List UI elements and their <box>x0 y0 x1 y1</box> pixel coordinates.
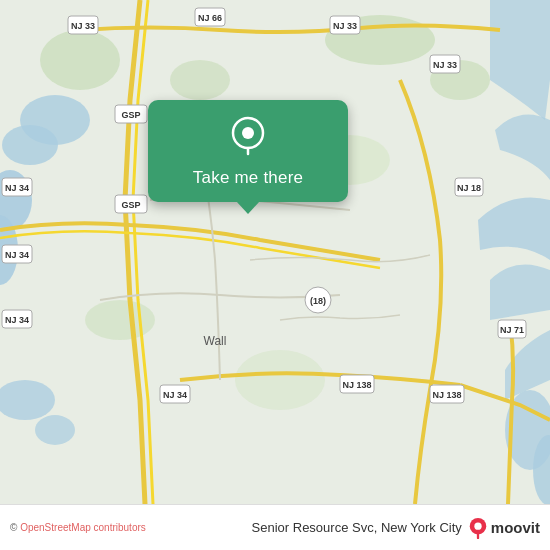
svg-point-2 <box>2 125 58 165</box>
moovit-text: moovit <box>491 519 540 536</box>
svg-text:NJ 66: NJ 66 <box>198 13 222 23</box>
svg-text:NJ 18: NJ 18 <box>457 183 481 193</box>
svg-text:GSP: GSP <box>121 110 140 120</box>
moovit-logo-icon <box>468 517 488 539</box>
attribution-prefix: © <box>10 522 20 533</box>
svg-text:(18): (18) <box>310 296 326 306</box>
svg-text:NJ 33: NJ 33 <box>71 21 95 31</box>
svg-point-9 <box>40 30 120 90</box>
svg-text:Wall: Wall <box>204 334 227 348</box>
svg-text:NJ 33: NJ 33 <box>433 60 457 70</box>
svg-text:NJ 71: NJ 71 <box>500 325 524 335</box>
svg-text:GSP: GSP <box>121 200 140 210</box>
bottom-bar: © OpenStreetMap contributors Senior Reso… <box>0 504 550 550</box>
svg-text:NJ 138: NJ 138 <box>432 390 461 400</box>
svg-text:NJ 138: NJ 138 <box>342 380 371 390</box>
svg-point-12 <box>170 60 230 100</box>
bottom-right-section: Senior Resource Svc, New York City moovi… <box>252 517 540 539</box>
svg-text:NJ 34: NJ 34 <box>5 315 29 325</box>
tooltip-card[interactable]: Take me there <box>148 100 348 202</box>
svg-text:NJ 33: NJ 33 <box>333 21 357 31</box>
svg-point-15 <box>235 350 325 410</box>
attribution-link[interactable]: OpenStreetMap contributors <box>20 522 146 533</box>
svg-text:NJ 34: NJ 34 <box>5 183 29 193</box>
moovit-logo: moovit <box>468 517 540 539</box>
svg-point-14 <box>85 300 155 340</box>
svg-point-8 <box>35 415 75 445</box>
map-container: NJ 33 NJ 66 NJ 33 NJ 33 GSP GSP NJ 34 NJ… <box>0 0 550 504</box>
svg-text:NJ 34: NJ 34 <box>5 250 29 260</box>
map-background: NJ 33 NJ 66 NJ 33 NJ 33 GSP GSP NJ 34 NJ… <box>0 0 550 504</box>
map-pin-icon <box>227 116 269 158</box>
svg-point-50 <box>474 522 481 529</box>
map-attribution: © OpenStreetMap contributors <box>10 522 252 533</box>
location-label: Senior Resource Svc, New York City <box>252 520 462 535</box>
svg-point-48 <box>242 127 254 139</box>
svg-text:NJ 34: NJ 34 <box>163 390 187 400</box>
take-me-there-button[interactable]: Take me there <box>193 168 303 188</box>
